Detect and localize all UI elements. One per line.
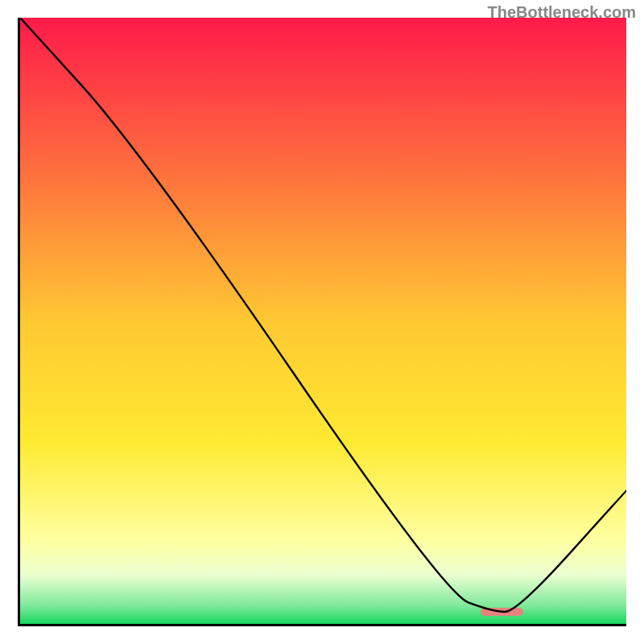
chart-svg [20,18,626,624]
gradient-background [20,18,626,624]
watermark-text: TheBottleneck.com [488,3,636,22]
bottleneck-chart [18,18,626,626]
